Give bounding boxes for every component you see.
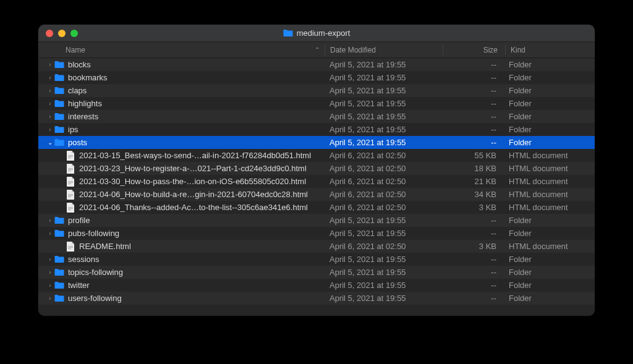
chevron-right-icon[interactable]: › (46, 87, 54, 94)
name-cell: ›interests (38, 112, 325, 122)
svg-rect-4 (68, 169, 73, 170)
chevron-right-icon[interactable]: › (46, 217, 54, 224)
folder-icon (54, 112, 64, 122)
file-row[interactable]: ›bookmarksApril 5, 2021 at 19:55--Folder (38, 71, 595, 84)
chevron-down-icon[interactable]: ⌄ (46, 139, 54, 146)
file-icon (66, 190, 75, 200)
date-modified: April 6, 2021 at 02:50 (325, 203, 442, 212)
column-header-name[interactable]: Name ⌃ (38, 46, 325, 54)
file-name: users-following (68, 294, 122, 303)
svg-rect-0 (68, 155, 73, 156)
svg-rect-10 (68, 195, 73, 196)
file-icon (66, 164, 75, 174)
column-header-size[interactable]: Size (443, 46, 505, 54)
name-cell: ›sessions (38, 255, 325, 265)
file-kind: HTML document (504, 242, 595, 251)
svg-rect-9 (68, 194, 73, 195)
file-row[interactable]: 2021-04-06_Thanks--added-Ac…to-the-list-… (38, 201, 595, 214)
file-size: 34 KB (442, 190, 504, 199)
date-modified: April 5, 2021 at 19:55 (325, 86, 442, 95)
chevron-right-icon[interactable]: › (46, 295, 54, 302)
file-name: posts (68, 138, 87, 147)
file-row[interactable]: ›twitterApril 5, 2021 at 19:55--Folder (38, 279, 595, 292)
column-header-date-label: Date Modified (330, 46, 376, 54)
chevron-right-icon[interactable]: › (46, 269, 54, 276)
date-modified: April 5, 2021 at 19:55 (325, 125, 442, 134)
folder-icon (54, 73, 64, 83)
column-header-kind[interactable]: Kind (506, 46, 595, 54)
folder-icon (54, 255, 64, 265)
file-size: 3 KB (442, 203, 504, 212)
chevron-right-icon[interactable]: › (46, 113, 54, 120)
file-row[interactable]: 2021-03-30_How-to-pass-the-…ion-on-iOS-e… (38, 175, 595, 188)
chevron-right-icon[interactable]: › (46, 126, 54, 133)
chevron-right-icon[interactable]: › (46, 74, 54, 81)
file-row[interactable]: ›clapsApril 5, 2021 at 19:55--Folder (38, 84, 595, 97)
file-name: profile (68, 216, 90, 225)
file-size: -- (442, 125, 504, 134)
window-title: medium-export (283, 28, 350, 38)
file-kind: Folder (504, 294, 595, 303)
file-size: -- (442, 99, 504, 108)
folder-icon (54, 229, 64, 239)
file-kind: Folder (504, 60, 595, 69)
file-row[interactable]: ›sessionsApril 5, 2021 at 19:55--Folder (38, 253, 595, 266)
date-modified: April 5, 2021 at 19:55 (325, 112, 442, 121)
zoom-button[interactable] (70, 30, 78, 37)
file-name: twitter (68, 281, 90, 290)
file-name: bookmarks (68, 73, 108, 82)
folder-icon (54, 99, 64, 109)
name-cell: ›twitter (38, 281, 325, 290)
file-row[interactable]: 2021-03-15_Best-ways-to-send-…ail-in-202… (38, 149, 595, 162)
date-modified: April 5, 2021 at 19:55 (325, 138, 442, 147)
file-kind: Folder (504, 138, 595, 147)
svg-rect-14 (68, 210, 71, 210)
file-row[interactable]: ›topics-followingApril 5, 2021 at 19:55-… (38, 266, 595, 279)
file-row[interactable]: ›ipsApril 5, 2021 at 19:55--Folder (38, 123, 595, 136)
file-row[interactable]: ›blocksApril 5, 2021 at 19:55--Folder (38, 58, 595, 71)
file-size: -- (442, 112, 504, 121)
file-kind: Folder (504, 268, 595, 277)
file-row[interactable]: ›pubs-followingApril 5, 2021 at 19:55--F… (38, 227, 595, 240)
file-row[interactable]: 2021-04-06_How-to-build-a-re…gin-in-2021… (38, 188, 595, 201)
chevron-right-icon[interactable]: › (46, 100, 54, 107)
date-modified: April 5, 2021 at 19:55 (325, 99, 442, 108)
file-row[interactable]: ›interestsApril 5, 2021 at 19:55--Folder (38, 110, 595, 123)
file-kind: HTML document (504, 151, 595, 160)
file-row[interactable]: ›highlightsApril 5, 2021 at 19:55--Folde… (38, 97, 595, 110)
chevron-right-icon[interactable]: › (46, 230, 54, 237)
file-kind: HTML document (504, 164, 595, 173)
file-size: -- (442, 255, 504, 264)
name-cell: ›pubs-following (38, 229, 325, 239)
column-header-date[interactable]: Date Modified (325, 46, 443, 54)
close-button[interactable] (46, 30, 53, 37)
chevron-right-icon[interactable]: › (46, 282, 54, 289)
file-name: pubs-following (68, 229, 119, 238)
svg-rect-2 (68, 158, 71, 158)
file-icon (66, 177, 75, 187)
file-size: 55 KB (442, 151, 504, 160)
date-modified: April 6, 2021 at 02:50 (325, 242, 442, 251)
minimize-button[interactable] (58, 30, 66, 37)
titlebar[interactable]: medium-export (38, 25, 595, 42)
name-cell: 2021-04-06_Thanks--added-Ac…to-the-list-… (38, 203, 325, 213)
file-name: 2021-04-06_Thanks--added-Ac…to-the-list-… (79, 203, 308, 212)
folder-icon (54, 294, 64, 303)
svg-rect-13 (68, 208, 73, 209)
file-row[interactable]: ›users-followingApril 5, 2021 at 19:55--… (38, 292, 595, 305)
name-cell: ›ips (38, 125, 325, 135)
date-modified: April 5, 2021 at 19:55 (325, 60, 442, 69)
file-row[interactable]: 2021-03-23_How-to-register-a-…021--Part-… (38, 162, 595, 175)
file-name: 2021-04-06_How-to-build-a-re…gin-in-2021… (79, 190, 308, 199)
date-modified: April 6, 2021 at 02:50 (325, 190, 442, 199)
chevron-right-icon[interactable]: › (46, 61, 54, 68)
date-modified: April 5, 2021 at 19:55 (325, 294, 442, 303)
file-row[interactable]: ⌄postsApril 5, 2021 at 19:55--Folder (38, 136, 595, 149)
file-row[interactable]: ›profileApril 5, 2021 at 19:55--Folder (38, 214, 595, 227)
name-cell: ›claps (38, 86, 325, 96)
name-cell: 2021-03-15_Best-ways-to-send-…ail-in-202… (38, 151, 325, 161)
chevron-right-icon[interactable]: › (46, 256, 54, 263)
window-footer (38, 305, 595, 316)
file-size: -- (442, 229, 504, 238)
file-row[interactable]: README.htmlApril 6, 2021 at 02:503 KBHTM… (38, 240, 595, 253)
